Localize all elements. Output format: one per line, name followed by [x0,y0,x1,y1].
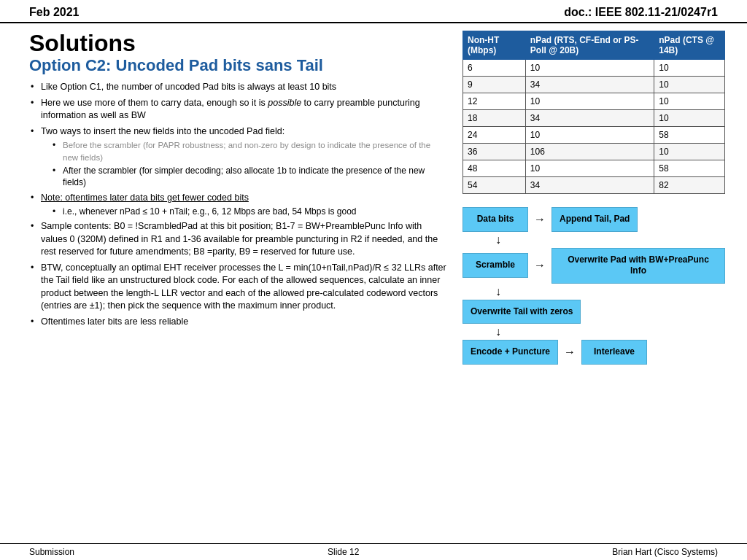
table-row: 183410 [463,110,725,127]
right-column: Non-HT (Mbps) nPad (RTS, CF-End or PS-Po… [462,31,725,543]
list-item: Sample contents: B0 = !ScrambledPad at t… [29,220,448,259]
table-cell: 10 [654,144,725,160]
list-item: Note: oftentimes later data bits get few… [29,192,448,218]
footer-left: Submission [29,547,74,557]
title-section: Solutions Option C2: Uncoded Pad bits sa… [29,31,448,75]
header-date: Feb 2021 [29,6,79,19]
table-cell: 36 [463,144,526,160]
sub-list: i.e., whenever nPad ≤ 10 + nTail; e.g., … [53,206,448,217]
table-cell: 6 [463,60,526,77]
header-doc-id: doc.: IEEE 802.11-21/0247r1 [564,6,718,19]
down-arrow: ↓ [462,325,725,338]
table-row: 93410 [463,77,725,93]
list-item: BTW, conceptually an optimal EHT receive… [29,262,448,313]
arrow-icon: → [564,346,576,359]
flow-row-2: Scramble → Overwrite Pad with BW+PreaPun… [462,248,725,284]
table-row: 61010 [463,60,725,77]
flow-box-encode: Encode + Puncture [462,340,558,365]
table-cell: 58 [654,160,725,177]
flowchart: Data bits → Append Tail, Pad ↓ Scramble … [462,203,725,369]
table-cell: 34 [525,77,654,93]
main-content: Solutions Option C2: Uncoded Pad bits sa… [0,23,747,543]
table-row: 121010 [463,93,725,110]
table-cell: 10 [654,110,725,127]
table-cell: 10 [525,160,654,177]
sub-title: Option C2: Uncoded Pad bits sans Tail [29,56,448,75]
page: Feb 2021 doc.: IEEE 802.11-21/0247r1 Sol… [0,0,747,560]
arrow-icon: → [534,259,546,272]
table-cell: 12 [463,93,526,110]
flow-box-interleave: Interleave [581,340,647,365]
main-title: Solutions [29,31,448,56]
table-cell: 54 [463,177,526,194]
bullet-list: Like Option C1, the number of uncoded Pa… [29,81,448,328]
table-header-npad-rts: nPad (RTS, CF-End or PS-Poll @ 20B) [525,31,654,60]
list-item: Like Option C1, the number of uncoded Pa… [29,81,448,94]
down-arrow: ↓ [462,233,725,246]
table-cell: 10 [525,60,654,77]
footer-right: Brian Hart (Cisco Systems) [612,547,718,557]
down-arrow: ↓ [462,285,725,298]
table-cell: 18 [463,110,526,127]
data-table: Non-HT (Mbps) nPad (RTS, CF-End or PS-Po… [462,31,725,194]
flow-box-scramble: Scramble [462,253,528,278]
table-cell: 10 [525,93,654,110]
table-cell: 34 [525,177,654,194]
sub-list: Before the scrambler (for PAPR robustnes… [53,139,448,188]
underline-text: Note: oftentimes later data bits get few… [41,192,249,203]
flow-box-overwrite-tail: Overwrite Tail with zeros [462,300,581,324]
table-cell: 48 [463,160,526,177]
table-cell: 106 [525,144,654,160]
table-row: 481058 [463,160,725,177]
table-cell: 10 [654,93,725,110]
list-item: Two ways to insert the new fields into t… [29,125,448,189]
left-column: Solutions Option C2: Uncoded Pad bits sa… [29,31,448,543]
footer-center: Slide 12 [328,547,359,557]
gray-text: Before the scrambler (for PAPR robustnes… [63,141,430,162]
flow-box-overwrite-pad: Overwrite Pad with BW+PreaPunc Info [551,248,725,284]
table-cell: 10 [525,127,654,144]
list-item: i.e., whenever nPad ≤ 10 + nTail; e.g., … [53,206,448,217]
table-cell: 24 [463,127,526,144]
table-header-nonht: Non-HT (Mbps) [463,31,526,60]
list-item: After the scrambler (for simpler decodin… [53,165,448,188]
table-cell: 9 [463,77,526,93]
list-item: Here we use more of them to carry data, … [29,97,448,122]
flow-row-4: Encode + Puncture → Interleave [462,340,725,365]
list-item: Before the scrambler (for PAPR robustnes… [53,139,448,163]
table-header-npad-cts: nPad (CTS @ 14B) [654,31,725,60]
table-row: 543482 [463,177,725,194]
flow-row-1: Data bits → Append Tail, Pad [462,207,725,232]
table-cell: 34 [525,110,654,127]
table-cell: 82 [654,177,725,194]
table-cell: 10 [654,60,725,77]
list-item: Oftentimes later bits are less reliable [29,316,448,329]
flow-row-3: Overwrite Tail with zeros [462,300,725,324]
flow-box-data-bits: Data bits [462,207,528,232]
footer: Submission Slide 12 Brian Hart (Cisco Sy… [0,543,747,560]
table-cell: 10 [654,77,725,93]
header: Feb 2021 doc.: IEEE 802.11-21/0247r1 [0,0,747,23]
table-row: 3610610 [463,144,725,160]
flow-box-append-tail: Append Tail, Pad [551,207,638,232]
table-row: 241058 [463,127,725,144]
arrow-icon: → [534,213,546,226]
table-cell: 58 [654,127,725,144]
italic-text: possible [268,98,301,108]
